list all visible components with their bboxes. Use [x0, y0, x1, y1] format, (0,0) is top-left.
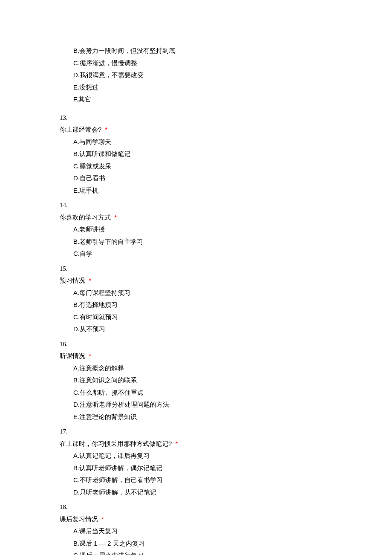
- option-item: D.只听老师讲解，从不记笔记: [73, 486, 392, 499]
- option-item: E.玩手机: [73, 185, 392, 197]
- option-item: A.注意概念的解释: [73, 362, 392, 375]
- question-number: 18.: [60, 501, 392, 513]
- option-item: E.没想过: [73, 81, 392, 94]
- option-item: E.注意理论的背景知识: [73, 411, 392, 423]
- option-item: B.认真听老师讲解，偶尔记笔记: [73, 462, 392, 474]
- option-item: A.每门课程坚持预习: [73, 287, 392, 299]
- required-mark: *: [114, 214, 117, 221]
- question-number: 16.: [60, 338, 392, 350]
- required-mark: *: [89, 277, 91, 284]
- question-title: 课后复习情况 *: [60, 513, 392, 526]
- option-item: C.课后一周之内进行复习: [73, 549, 392, 555]
- options-block: A.老师讲授 B.老师引导下的自主学习 C.自学: [60, 223, 392, 260]
- option-item: A.老师讲授: [73, 223, 392, 236]
- question-text: 在上课时，你习惯采用那种方式做笔记?: [60, 440, 174, 447]
- question-title: 你喜欢的学习方式 *: [60, 211, 392, 224]
- question-title: 你上课经常会? *: [60, 124, 392, 136]
- option-item: A.与同学聊天: [73, 136, 392, 148]
- question-text: 预习情况: [60, 277, 87, 284]
- options-block: A.认真记笔记，课后再复习 B.认真听老师讲解，偶尔记笔记 C.不听老师讲解，自…: [60, 450, 392, 498]
- question-text: 听课情况: [60, 352, 87, 359]
- required-mark: *: [176, 440, 178, 447]
- option-item: C.睡觉或发呆: [73, 160, 392, 173]
- option-item: C.不听老师讲解，自己看书学习: [73, 474, 392, 486]
- option-item: C.自学: [73, 248, 392, 260]
- options-block: A.注意概念的解释 B.注意知识之间的联系 C.什么都听、抓不住重点 D.注意听…: [60, 362, 392, 423]
- question-number: 17.: [60, 425, 392, 438]
- option-item: B.老师引导下的自主学习: [73, 236, 392, 248]
- document-page: B.会努力一段时间，但没有坚持到底 C.循序渐进，慢慢调整 D.我很满意，不需要…: [0, 0, 392, 555]
- question-title: 在上课时，你习惯采用那种方式做笔记? *: [60, 438, 392, 450]
- option-item: B.注意知识之间的联系: [73, 374, 392, 387]
- option-item: D.自己看书: [73, 172, 392, 185]
- options-block: A.与同学聊天 B.认真听课和做笔记 C.睡觉或发呆 D.自己看书 E.玩手机: [60, 136, 392, 197]
- option-item: D.注意听老师分析处理问题的方法: [73, 399, 392, 411]
- question-text: 你上课经常会?: [60, 126, 104, 133]
- question-number: 14.: [60, 199, 392, 211]
- required-mark: *: [105, 126, 108, 133]
- options-block: A.每门课程坚持预习 B.有选择地预习 C.有时间就预习 D.从不预习: [60, 287, 392, 335]
- question-text: 课后复习情况: [60, 515, 100, 523]
- option-item: C.循序渐进，慢慢调整: [73, 57, 392, 69]
- top-options-block: B.会努力一段时间，但没有坚持到底 C.循序渐进，慢慢调整 D.我很满意，不需要…: [60, 45, 392, 106]
- question-number: 13.: [60, 112, 392, 124]
- question-text: 你喜欢的学习方式: [60, 214, 112, 221]
- option-item: B.认真听课和做笔记: [73, 148, 392, 160]
- required-mark: *: [89, 352, 91, 359]
- option-item: B.有选择地预习: [73, 299, 392, 311]
- option-item: B.会努力一段时间，但没有坚持到底: [73, 45, 392, 57]
- option-item: F.其它: [73, 93, 392, 106]
- question-title: 听课情况 *: [60, 350, 392, 362]
- option-item: D.从不预习: [73, 323, 392, 335]
- question-title: 预习情况 *: [60, 275, 392, 287]
- option-item: B.课后 1 — 2 天之内复习: [73, 538, 392, 550]
- option-item: A.课后当天复习: [73, 525, 392, 538]
- question-number: 15.: [60, 263, 392, 275]
- option-item: C.什么都听、抓不住重点: [73, 387, 392, 399]
- option-item: A.认真记笔记，课后再复习: [73, 450, 392, 462]
- option-item: D.我很满意，不需要改变: [73, 69, 392, 81]
- options-block: A.课后当天复习 B.课后 1 — 2 天之内复习 C.课后一周之内进行复习: [60, 525, 392, 555]
- required-mark: *: [101, 515, 104, 523]
- option-item: C.有时间就预习: [73, 311, 392, 324]
